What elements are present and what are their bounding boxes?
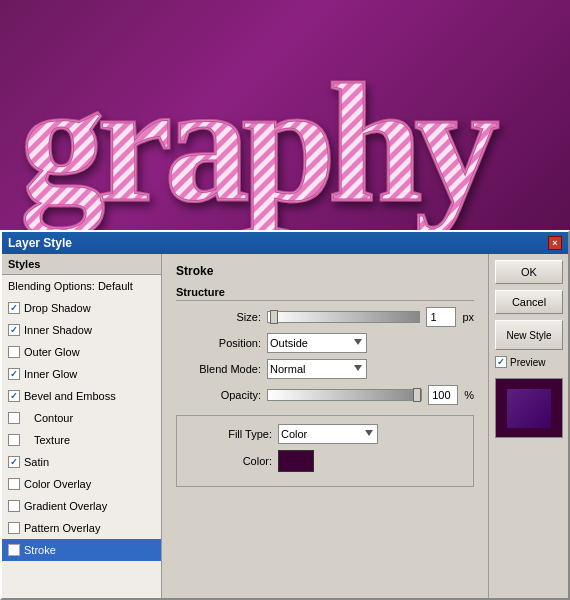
canvas-preview: graphy graphy: [0, 0, 570, 230]
blend-mode-row: Blend Mode: Normal Multiply Screen Overl…: [176, 359, 474, 379]
sidebar-item-texture[interactable]: Texture: [2, 429, 161, 451]
sidebar-item-bevel-emboss[interactable]: Bevel and Emboss: [2, 385, 161, 407]
fill-type-row: Fill Type: Color Gradient Pattern: [187, 424, 463, 444]
size-row: Size: px: [176, 307, 474, 327]
pattern-overlay-label: Pattern Overlay: [24, 522, 100, 534]
preview-inner: [504, 386, 554, 431]
satin-label: Satin: [24, 456, 49, 468]
preview-row: Preview: [495, 356, 562, 368]
pattern-overlay-checkbox[interactable]: [8, 522, 20, 534]
bevel-emboss-label: Bevel and Emboss: [24, 390, 116, 402]
drop-shadow-label: Drop Shadow: [24, 302, 91, 314]
fill-type-section: Fill Type: Color Gradient Pattern Color:: [176, 415, 474, 487]
contour-checkbox[interactable]: [8, 412, 20, 424]
opacity-input[interactable]: [428, 385, 458, 405]
inner-shadow-checkbox[interactable]: [8, 324, 20, 336]
bevel-emboss-checkbox[interactable]: [8, 390, 20, 402]
sidebar-item-drop-shadow[interactable]: Drop Shadow: [2, 297, 161, 319]
size-slider-thumb[interactable]: [270, 310, 278, 324]
styles-panel: Styles Blending Options: Default Drop Sh…: [2, 254, 162, 598]
structure-subtitle: Structure: [176, 286, 474, 301]
blending-label: Blending Options: Default: [8, 280, 133, 292]
color-overlay-checkbox[interactable]: [8, 478, 20, 490]
ok-button[interactable]: OK: [495, 260, 563, 284]
right-panel: OK Cancel New Style Preview: [488, 254, 568, 598]
inner-glow-label: Inner Glow: [24, 368, 77, 380]
stroke-section-title: Stroke: [176, 264, 474, 278]
sidebar-item-stroke[interactable]: Stroke: [2, 539, 161, 561]
styles-header: Styles: [2, 254, 161, 275]
outer-glow-checkbox[interactable]: [8, 346, 20, 358]
layer-style-dialog: Layer Style × Styles Blending Options: D…: [0, 230, 570, 600]
opacity-slider-thumb[interactable]: [413, 388, 421, 402]
opacity-unit: %: [464, 389, 474, 401]
preview-label: Preview: [510, 357, 546, 368]
sidebar-item-satin[interactable]: Satin: [2, 451, 161, 473]
sidebar-item-inner-shadow[interactable]: Inner Shadow: [2, 319, 161, 341]
opacity-label: Opacity:: [176, 389, 261, 401]
size-slider[interactable]: [267, 311, 420, 323]
close-button[interactable]: ×: [548, 236, 562, 250]
stroke-label: Stroke: [24, 544, 56, 556]
sidebar-item-contour[interactable]: Contour: [2, 407, 161, 429]
color-label: Color:: [187, 455, 272, 467]
svg-text:graphy: graphy: [20, 49, 499, 230]
opacity-row: Opacity: %: [176, 385, 474, 405]
sidebar-item-gradient-overlay[interactable]: Gradient Overlay: [2, 495, 161, 517]
blend-mode-label: Blend Mode:: [176, 363, 261, 375]
cancel-button[interactable]: Cancel: [495, 290, 563, 314]
dialog-body: Styles Blending Options: Default Drop Sh…: [2, 254, 568, 598]
inner-shadow-label: Inner Shadow: [24, 324, 92, 336]
dialog-titlebar: Layer Style ×: [2, 232, 568, 254]
size-unit: px: [462, 311, 474, 323]
opacity-slider[interactable]: [267, 389, 422, 401]
preview-checkbox[interactable]: [495, 356, 507, 368]
color-swatch[interactable]: [278, 450, 314, 472]
sidebar-item-inner-glow[interactable]: Inner Glow: [2, 363, 161, 385]
size-input[interactable]: [426, 307, 456, 327]
fill-type-label: Fill Type:: [187, 428, 272, 440]
blend-mode-select[interactable]: Normal Multiply Screen Overlay: [267, 359, 367, 379]
position-label: Position:: [176, 337, 261, 349]
outer-glow-label: Outer Glow: [24, 346, 80, 358]
color-row: Color:: [187, 450, 463, 472]
gradient-overlay-label: Gradient Overlay: [24, 500, 107, 512]
sidebar-item-outer-glow[interactable]: Outer Glow: [2, 341, 161, 363]
texture-checkbox[interactable]: [8, 434, 20, 446]
new-style-button[interactable]: New Style: [495, 320, 563, 350]
texture-label: Texture: [34, 434, 70, 446]
gradient-overlay-checkbox[interactable]: [8, 500, 20, 512]
satin-checkbox[interactable]: [8, 456, 20, 468]
sidebar-item-pattern-overlay[interactable]: Pattern Overlay: [2, 517, 161, 539]
center-panel: Stroke Structure Size: px Position: Outs…: [162, 254, 488, 598]
stroke-checkbox[interactable]: [8, 544, 20, 556]
contour-label: Contour: [34, 412, 73, 424]
size-label: Size:: [176, 311, 261, 323]
sidebar-item-blending[interactable]: Blending Options: Default: [2, 275, 161, 297]
dialog-title: Layer Style: [8, 236, 72, 250]
inner-glow-checkbox[interactable]: [8, 368, 20, 380]
preview-thumbnail: [495, 378, 563, 438]
sidebar-item-color-overlay[interactable]: Color Overlay: [2, 473, 161, 495]
color-overlay-label: Color Overlay: [24, 478, 91, 490]
position-row: Position: Outside Inside Center: [176, 333, 474, 353]
drop-shadow-checkbox[interactable]: [8, 302, 20, 314]
position-select[interactable]: Outside Inside Center: [267, 333, 367, 353]
fill-type-select[interactable]: Color Gradient Pattern: [278, 424, 378, 444]
